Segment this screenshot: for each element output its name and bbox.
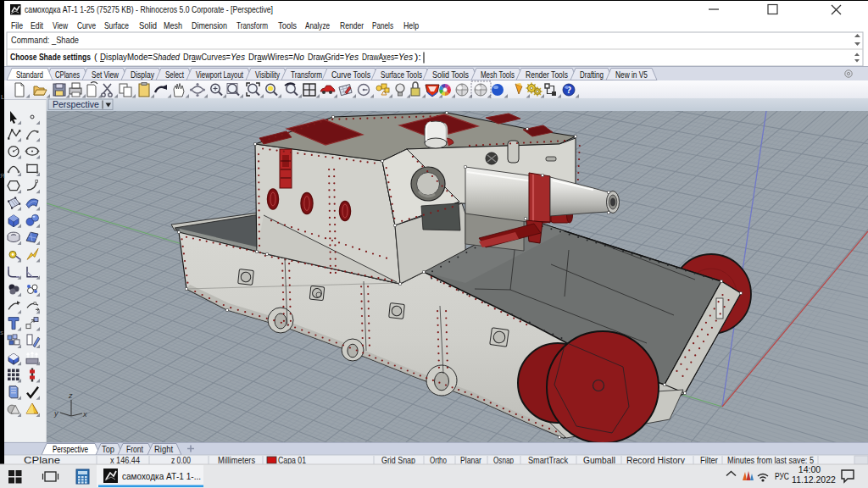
svg-text:Yes: Yes [344,52,359,62]
svg-text:Curve: Curve [77,20,96,30]
svg-text:(: ( [94,52,97,62]
svg-text:Filter: Filter [700,456,719,465]
svg-text:New in V5: New in V5 [615,69,648,80]
svg-text:Mesh Tools: Mesh Tools [481,69,515,80]
svg-text:Viewport Layout: Viewport Layout [196,69,243,80]
svg-text:Mesh: Mesh [164,20,182,30]
svg-text:Yes: Yes [398,52,413,62]
svg-text:Surface Tools: Surface Tools [381,69,422,80]
svg-text:самоходка АТ-1 1-25 (75275 KB): самоходка АТ-1 1-25 (75275 KB) - Rhinoce… [25,4,273,14]
svg-text:Perspective: Perspective [53,444,88,454]
svg-text:Render Tools: Render Tools [526,69,568,80]
svg-text:Dimension: Dimension [192,20,227,30]
svg-text:Я: Я [0,172,5,180]
svg-text:s: s [0,329,3,336]
svg-text:Select: Select [165,69,184,80]
svg-text:Perspective: Perspective [53,99,99,109]
svg-text:L: L [1,93,5,101]
svg-text:DrawCurves=: DrawCurves= [183,52,231,62]
svg-text:Curve Tools: Curve Tools [331,69,370,80]
svg-text:View: View [53,20,68,30]
svg-text:РУС: РУС [775,471,789,481]
svg-text:Set View: Set View [92,69,119,80]
svg-text:11.12.2022: 11.12.2022 [792,474,836,485]
svg-text:Surface: Surface [104,20,129,30]
svg-text:z 0.00: z 0.00 [171,456,191,465]
svg-text:Command: _Shade: Command: _Shade [11,35,79,45]
svg-text:Capa 01: Capa 01 [278,456,306,465]
svg-text:):: ): [415,52,421,62]
svg-text:Grid Snap: Grid Snap [381,456,415,465]
svg-text:Solid: Solid [139,20,157,30]
svg-text:Right: Right [154,444,173,454]
svg-text:DrawWires=: DrawWires= [248,52,293,62]
svg-text:File: File [11,20,23,30]
svg-text:Yes: Yes [231,52,245,62]
svg-text:Front: Front [126,444,143,454]
svg-text:x: x [82,410,87,419]
svg-text:Transform: Transform [236,20,268,30]
svg-text:Ortho: Ortho [430,456,447,465]
svg-text:z: z [68,391,73,400]
svg-text:DisplayMode=: DisplayMode= [100,52,153,62]
svg-text:Help: Help [403,20,419,30]
svg-text:самоходка АТ-1 1-...: самоходка АТ-1 1-... [122,471,201,481]
svg-text:14:00: 14:00 [798,464,821,474]
svg-text:CPlanes: CPlanes [55,69,80,80]
svg-text:Drafting: Drafting [580,69,604,80]
svg-text:Shaded: Shaded [153,52,181,62]
svg-text:DrawGrid=: DrawGrid= [308,52,344,62]
svg-text:CPlane: CPlane [24,456,61,465]
svg-text:Analyze: Analyze [305,20,330,30]
svg-text:Solid Tools: Solid Tools [432,69,469,80]
svg-text:Record History: Record History [626,456,685,465]
svg-text:DrawAxes=: DrawAxes= [362,52,398,62]
svg-text:Display: Display [131,69,155,80]
svg-text:Planar: Planar [460,456,482,465]
svg-text:Tools: Tools [278,20,297,30]
svg-text:Render: Render [340,20,364,30]
svg-text:y: y [53,409,58,418]
svg-text:Edit: Edit [31,20,43,30]
svg-text:Millimeters: Millimeters [218,456,255,465]
svg-text:Choose Shade settings: Choose Shade settings [10,52,91,62]
svg-text:Transform: Transform [291,69,322,80]
svg-text:Osnap: Osnap [493,456,514,465]
svg-text:x 146.44: x 146.44 [110,456,140,465]
svg-text:No: No [293,52,304,62]
svg-text:Standard: Standard [16,69,43,80]
svg-text:Panels: Panels [372,20,393,30]
svg-text:SmartTrack: SmartTrack [528,456,569,465]
svg-text:Visibility: Visibility [255,69,281,80]
svg-text:Top: Top [102,444,114,454]
svg-text:Gumball: Gumball [583,456,615,465]
